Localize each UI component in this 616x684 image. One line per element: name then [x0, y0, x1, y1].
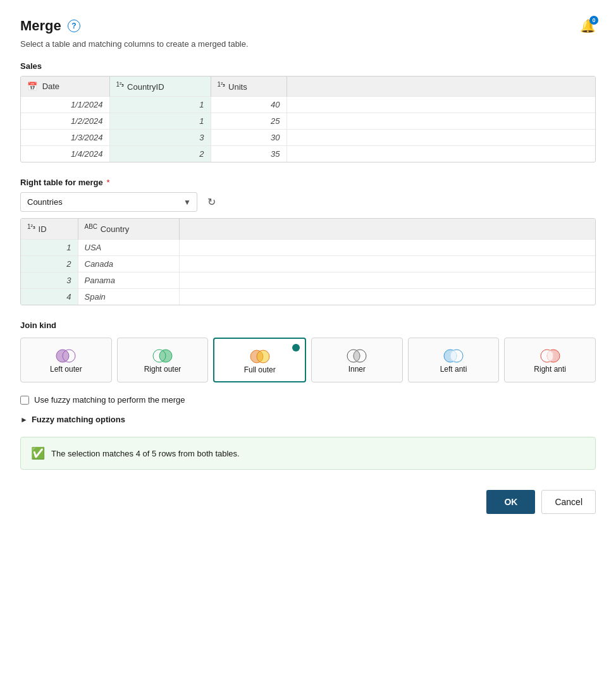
venn-left-outer-icon — [52, 347, 80, 365]
fuzzy-matching-label: Use fuzzy matching to perform the merge — [34, 395, 185, 405]
table-row: 3 Panama — [21, 272, 595, 288]
join-kind-section: Join kind Left outer — [20, 321, 596, 383]
selected-indicator — [292, 344, 300, 351]
countries-id-3: 3 — [21, 272, 78, 288]
join-label-right-outer: Right outer — [144, 365, 182, 375]
join-option-full-outer[interactable]: Full outer — [213, 338, 306, 383]
right-table-select[interactable]: Countries Sales — [20, 192, 197, 212]
fuzzy-checkbox-row: Use fuzzy matching to perform the merge — [20, 395, 596, 405]
sales-units-3: 30 — [211, 130, 286, 146]
refresh-button[interactable]: ↻ — [205, 193, 218, 211]
countries-id-2: 2 — [21, 255, 78, 272]
sales-col-countryid[interactable]: 1²₃ CountryID — [109, 76, 211, 97]
venn-right-outer-icon — [149, 347, 176, 365]
right-table-section-row: Right table for merge * — [20, 178, 596, 187]
sales-date-3: 1/3/2024 — [21, 130, 109, 146]
type-icon-123-id: 1²₃ — [27, 223, 35, 230]
countries-header-row: 1²₃ ID ABC Country — [21, 219, 595, 239]
countries-col-id-label: ID — [39, 225, 47, 235]
join-kind-label: Join kind — [20, 321, 596, 330]
countries-col-id[interactable]: 1²₃ ID — [21, 219, 78, 239]
join-option-right-anti[interactable]: Right anti — [504, 338, 596, 383]
countries-table-wrapper: 1²₃ ID ABC Country 1 USA 2 — [20, 218, 596, 305]
right-table-select-wrapper: Countries Sales ▼ — [20, 192, 197, 212]
sales-header-row: 📅 Date 1²₃ CountryID 1²₃ Units — [21, 76, 595, 97]
type-icon-123-countryid: 1²₃ — [116, 81, 125, 88]
sales-countryid-1: 1 — [109, 97, 211, 113]
sales-label: Sales — [20, 61, 596, 71]
venn-full-outer-icon — [246, 348, 274, 365]
table-row: 1/1/2024 1 40 — [21, 97, 595, 113]
sales-units-4: 35 — [211, 146, 286, 162]
ok-button[interactable]: OK — [486, 490, 535, 514]
right-table-label-area: Right table for merge * — [20, 178, 109, 187]
action-buttons: OK Cancel — [20, 490, 596, 514]
sales-countryid-4: 2 — [109, 146, 211, 162]
sales-units-2: 25 — [211, 113, 286, 130]
sales-date-4: 1/4/2024 — [21, 146, 109, 162]
calendar-icon: 📅 — [27, 82, 37, 91]
svg-point-3 — [159, 350, 172, 362]
cancel-button[interactable]: Cancel — [541, 490, 596, 514]
header-row: Merge ? 🔔 0 — [20, 18, 596, 34]
sales-date-2: 1/2/2024 — [21, 113, 109, 130]
fuzzy-options-row[interactable]: ► Fuzzy matching options — [20, 415, 596, 424]
chevron-right-icon: ► — [20, 415, 28, 424]
join-options-container: Left outer Right outer — [20, 338, 596, 383]
check-circle-icon: ✅ — [31, 446, 45, 460]
sales-col-countryid-label: CountryID — [127, 82, 164, 92]
notification-icon[interactable]: 🔔 0 — [580, 18, 596, 34]
match-notice: ✅ The selection matches 4 of 5 rows from… — [20, 437, 596, 470]
countries-col-empty — [179, 219, 595, 239]
required-indicator: * — [106, 178, 109, 187]
subtitle-text: Select a table and matching columns to c… — [20, 39, 596, 49]
help-icon[interactable]: ? — [68, 20, 80, 32]
dialog-container: Merge ? 🔔 0 Select a table and matching … — [20, 18, 596, 514]
countries-country-4: Spain — [78, 288, 179, 305]
countries-country-2: Canada — [78, 255, 179, 272]
join-option-right-outer[interactable]: Right outer — [117, 338, 209, 383]
table-row: 1/3/2024 3 30 — [21, 130, 595, 146]
sales-col-date[interactable]: 📅 Date — [21, 76, 109, 97]
countries-table: 1²₃ ID ABC Country 1 USA 2 — [21, 219, 595, 304]
join-label-full-outer: Full outer — [244, 365, 276, 376]
table-row: 1 USA — [21, 239, 595, 255]
join-option-left-anti[interactable]: Left anti — [408, 338, 500, 383]
join-label-inner: Inner — [348, 365, 366, 375]
venn-left-anti-icon — [440, 347, 467, 365]
countries-col-country-label: Country — [101, 225, 130, 235]
table-row: 1/4/2024 2 35 — [21, 146, 595, 162]
sales-col-date-label: Date — [42, 82, 59, 91]
join-label-left-outer: Left outer — [50, 365, 82, 375]
venn-right-anti-icon — [536, 347, 564, 365]
match-notice-text: The selection matches 4 of 5 rows from b… — [51, 449, 240, 458]
sales-table: 📅 Date 1²₃ CountryID 1²₃ Units — [21, 76, 595, 162]
type-icon-123-units: 1²₃ — [218, 81, 226, 88]
sales-date-1: 1/1/2024 — [21, 97, 109, 113]
title-area: Merge ? — [20, 18, 80, 34]
join-label-left-anti: Left anti — [440, 365, 467, 375]
countries-col-country[interactable]: ABC Country — [78, 219, 179, 239]
sales-units-1: 40 — [211, 97, 286, 113]
svg-point-5 — [257, 350, 269, 363]
page-title: Merge — [20, 18, 61, 34]
join-option-inner[interactable]: Inner — [311, 338, 403, 383]
join-option-left-outer[interactable]: Left outer — [20, 338, 112, 383]
right-table-label: Right table for merge — [20, 178, 103, 187]
countries-id-4: 4 — [21, 288, 78, 305]
countries-country-3: Panama — [78, 272, 179, 288]
notification-badge: 0 — [589, 16, 598, 25]
sales-countryid-2: 1 — [109, 113, 211, 130]
sales-col-units[interactable]: 1²₃ Units — [211, 76, 286, 97]
table-row: 4 Spain — [21, 288, 595, 305]
sales-table-wrapper: 📅 Date 1²₃ CountryID 1²₃ Units — [20, 76, 596, 162]
venn-inner-icon — [343, 347, 371, 365]
table-row: 1/2/2024 1 25 — [21, 113, 595, 130]
table-row: 2 Canada — [21, 255, 595, 272]
sales-countryid-3: 3 — [109, 130, 211, 146]
fuzzy-matching-checkbox[interactable] — [20, 396, 29, 405]
type-icon-abc-country: ABC — [85, 223, 98, 230]
countries-country-1: USA — [78, 239, 179, 255]
join-label-right-anti: Right anti — [534, 365, 566, 375]
fuzzy-options-label: Fuzzy matching options — [32, 415, 125, 424]
